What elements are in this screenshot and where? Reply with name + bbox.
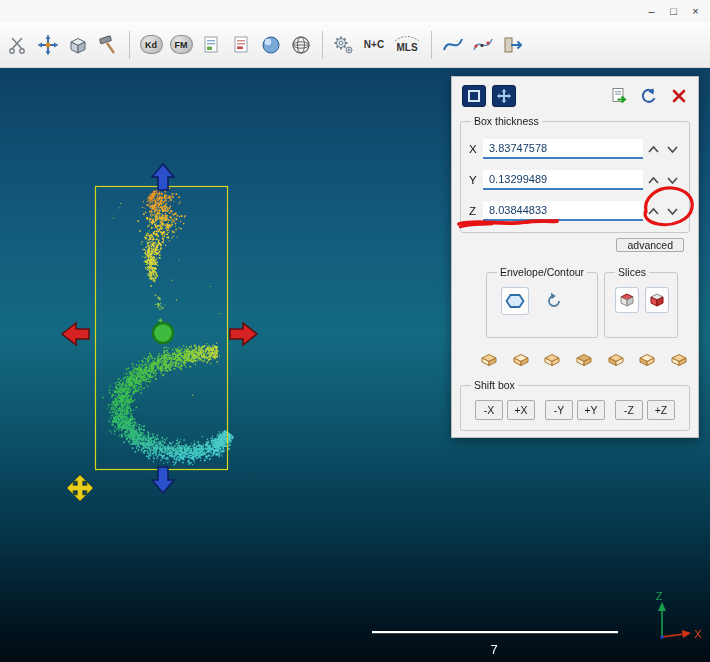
x-spin-down[interactable] bbox=[664, 140, 681, 158]
main-toolbar: Kd FM N+C MLS bbox=[0, 22, 710, 68]
fm-button[interactable]: FM bbox=[167, 30, 195, 60]
slice-preset-button-1[interactable] bbox=[478, 351, 500, 369]
show-interactors-toggle[interactable] bbox=[492, 85, 516, 107]
shift-minus-z-button[interactable]: -Z bbox=[615, 400, 643, 420]
export-slice-button[interactable] bbox=[615, 287, 639, 313]
slice-preset-button-3[interactable] bbox=[541, 351, 563, 369]
chevron-down-icon bbox=[666, 145, 679, 154]
move-cross-handle[interactable] bbox=[67, 475, 93, 501]
slice-preset-button-2[interactable] bbox=[510, 351, 532, 369]
shift-plus-z-button[interactable]: +Z bbox=[647, 400, 675, 420]
x-spin-up[interactable] bbox=[645, 140, 662, 158]
minimize-button[interactable]: – bbox=[643, 3, 660, 19]
hexagon-icon bbox=[505, 292, 525, 310]
export-multi-slices-button[interactable] bbox=[645, 287, 669, 313]
globe-tool-button[interactable] bbox=[287, 30, 315, 60]
normals-tool-button[interactable]: N+C bbox=[360, 30, 388, 60]
slice-preset-button-6[interactable] bbox=[637, 351, 659, 369]
close-tool-button[interactable] bbox=[668, 85, 690, 107]
chevron-up-icon bbox=[647, 145, 660, 154]
slice-preset-button-5[interactable] bbox=[605, 351, 627, 369]
panel-toolbar bbox=[460, 85, 690, 107]
arrow-left-handle[interactable] bbox=[62, 323, 89, 345]
maximize-button[interactable]: □ bbox=[665, 3, 682, 19]
slab-box-icon bbox=[542, 352, 562, 368]
app-window: – □ × Kd FM N+C MLS 7 bbox=[0, 0, 710, 662]
z-spin-down[interactable] bbox=[664, 202, 681, 220]
toolbar-separator bbox=[322, 31, 323, 59]
hammer-tool-button[interactable] bbox=[94, 30, 122, 60]
shift-minus-x-button[interactable]: -X bbox=[475, 400, 503, 420]
slice-position-row bbox=[478, 351, 690, 369]
slice-preset-button-7[interactable] bbox=[668, 351, 690, 369]
hammer-icon bbox=[97, 34, 119, 56]
slices-legend: Slices bbox=[615, 266, 649, 278]
undo-arrow-icon bbox=[640, 87, 658, 105]
advanced-button[interactable]: advanced bbox=[616, 238, 684, 252]
x-axis-label: X bbox=[469, 143, 483, 155]
kd-icon: Kd bbox=[140, 35, 163, 54]
document-icon bbox=[200, 34, 222, 56]
mid-groups: Envelope/Contour Slices bbox=[486, 266, 690, 338]
extract-envelope-button[interactable] bbox=[501, 287, 529, 315]
segment-tool-button[interactable] bbox=[4, 30, 32, 60]
curve-tool-button[interactable] bbox=[439, 30, 467, 60]
z-thickness-input[interactable]: 8.03844833 bbox=[483, 201, 643, 221]
mls-tool-button[interactable]: MLS bbox=[390, 30, 424, 60]
axis-x-label: X bbox=[694, 628, 702, 640]
shift-minus-y-button[interactable]: -Y bbox=[545, 400, 573, 420]
box-thickness-legend: Box thickness bbox=[471, 115, 542, 127]
globe-icon bbox=[290, 34, 312, 56]
arrow-right-handle[interactable] bbox=[230, 323, 257, 345]
minimize-icon: – bbox=[648, 5, 654, 17]
scissors-icon bbox=[7, 34, 29, 56]
slab-box-icon bbox=[669, 352, 689, 368]
shift-box-legend: Shift box bbox=[471, 379, 518, 391]
shift-plus-x-button[interactable]: +X bbox=[507, 400, 535, 420]
thickness-row-x: X 3.83747578 bbox=[469, 138, 681, 160]
kd-tree-button[interactable]: Kd bbox=[137, 30, 165, 60]
shift-box-group: Shift box -X +X -Y +Y -Z +Z bbox=[460, 379, 690, 431]
toolbar-separator bbox=[129, 31, 130, 59]
axis-x-line bbox=[662, 634, 684, 637]
center-sphere-handle[interactable] bbox=[153, 323, 173, 343]
arrow-down-handle[interactable] bbox=[152, 467, 174, 493]
n-plus-c-icon: N+C bbox=[364, 39, 384, 50]
curve-points-icon bbox=[472, 34, 494, 56]
document-tool-button-2[interactable] bbox=[227, 30, 255, 60]
slab-box-icon bbox=[511, 352, 531, 368]
export-slices-button[interactable] bbox=[608, 85, 630, 107]
show-box-toggle[interactable] bbox=[462, 85, 486, 107]
reset-envelope-button[interactable] bbox=[541, 288, 567, 314]
extract-tool-button[interactable] bbox=[499, 30, 527, 60]
bounding-box-button[interactable] bbox=[64, 30, 92, 60]
document-tool-button-1[interactable] bbox=[197, 30, 225, 60]
gears-icon bbox=[333, 34, 355, 56]
y-spin-down[interactable] bbox=[664, 171, 681, 189]
slab-box-icon bbox=[479, 352, 499, 368]
z-spin-up[interactable] bbox=[645, 202, 662, 220]
slices-group: Slices bbox=[604, 266, 678, 338]
red-box-filled-icon bbox=[648, 291, 666, 309]
envelope-contour-legend: Envelope/Contour bbox=[497, 266, 587, 278]
y-spin-up[interactable] bbox=[645, 171, 662, 189]
translate-gizmo-button[interactable] bbox=[34, 30, 62, 60]
close-button[interactable]: × bbox=[687, 3, 704, 19]
gears-tool-button[interactable] bbox=[330, 30, 358, 60]
y-thickness-input[interactable]: 0.13299489 bbox=[483, 170, 643, 190]
export-icon bbox=[610, 87, 628, 105]
slice-preset-button-4[interactable] bbox=[573, 351, 595, 369]
cube-icon bbox=[67, 34, 89, 56]
slab-box-icon bbox=[606, 352, 626, 368]
curve-icon bbox=[442, 34, 464, 56]
chevron-up-icon bbox=[647, 176, 660, 185]
box-outline-icon bbox=[467, 89, 481, 103]
sphere-tool-button[interactable] bbox=[257, 30, 285, 60]
reset-box-button[interactable] bbox=[638, 85, 660, 107]
x-thickness-input[interactable]: 3.83747578 bbox=[483, 139, 643, 159]
thickness-row-z: Z 8.03844833 bbox=[469, 200, 681, 222]
shift-plus-y-button[interactable]: +Y bbox=[577, 400, 605, 420]
fit-curve-tool-button[interactable] bbox=[469, 30, 497, 60]
axis-z-label: Z bbox=[656, 590, 663, 602]
slab-box-icon bbox=[574, 352, 594, 368]
